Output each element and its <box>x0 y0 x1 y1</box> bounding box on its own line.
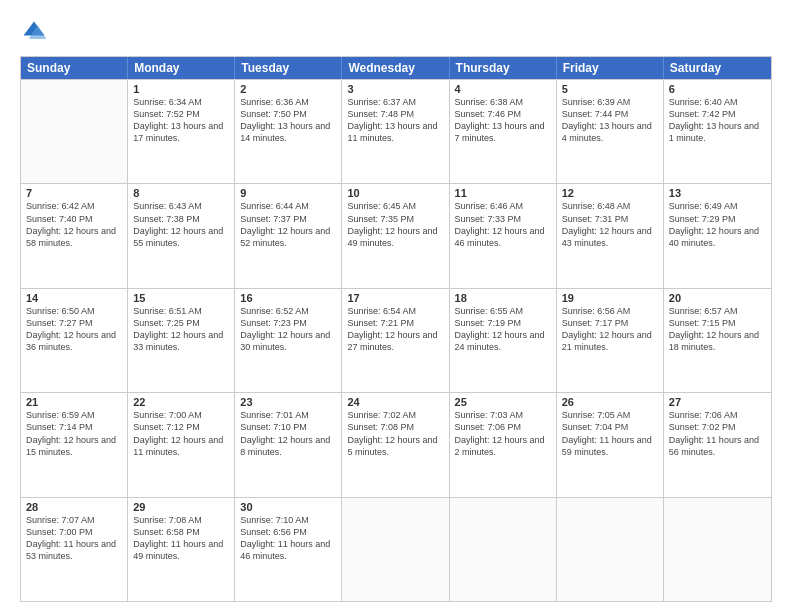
day-number: 11 <box>455 187 551 199</box>
day-cell-25: 25Sunrise: 7:03 AMSunset: 7:06 PMDayligh… <box>450 393 557 496</box>
day-cell-3: 3Sunrise: 6:37 AMSunset: 7:48 PMDaylight… <box>342 80 449 183</box>
day-number: 6 <box>669 83 766 95</box>
calendar-week-3: 14Sunrise: 6:50 AMSunset: 7:27 PMDayligh… <box>21 288 771 392</box>
day-number: 1 <box>133 83 229 95</box>
day-number: 5 <box>562 83 658 95</box>
day-info: Sunrise: 6:56 AMSunset: 7:17 PMDaylight:… <box>562 305 658 354</box>
page: SundayMondayTuesdayWednesdayThursdayFrid… <box>0 0 792 612</box>
day-info: Sunrise: 6:45 AMSunset: 7:35 PMDaylight:… <box>347 200 443 249</box>
day-cell-20: 20Sunrise: 6:57 AMSunset: 7:15 PMDayligh… <box>664 289 771 392</box>
header-day-sunday: Sunday <box>21 57 128 79</box>
day-info: Sunrise: 6:37 AMSunset: 7:48 PMDaylight:… <box>347 96 443 145</box>
day-cell-24: 24Sunrise: 7:02 AMSunset: 7:08 PMDayligh… <box>342 393 449 496</box>
day-number: 14 <box>26 292 122 304</box>
day-cell-11: 11Sunrise: 6:46 AMSunset: 7:33 PMDayligh… <box>450 184 557 287</box>
day-info: Sunrise: 6:42 AMSunset: 7:40 PMDaylight:… <box>26 200 122 249</box>
day-number: 20 <box>669 292 766 304</box>
day-info: Sunrise: 7:02 AMSunset: 7:08 PMDaylight:… <box>347 409 443 458</box>
day-info: Sunrise: 6:43 AMSunset: 7:38 PMDaylight:… <box>133 200 229 249</box>
header-day-saturday: Saturday <box>664 57 771 79</box>
day-info: Sunrise: 6:59 AMSunset: 7:14 PMDaylight:… <box>26 409 122 458</box>
day-number: 9 <box>240 187 336 199</box>
header-day-wednesday: Wednesday <box>342 57 449 79</box>
calendar-week-2: 7Sunrise: 6:42 AMSunset: 7:40 PMDaylight… <box>21 183 771 287</box>
day-cell-29: 29Sunrise: 7:08 AMSunset: 6:58 PMDayligh… <box>128 498 235 601</box>
day-number: 24 <box>347 396 443 408</box>
day-info: Sunrise: 7:10 AMSunset: 6:56 PMDaylight:… <box>240 514 336 563</box>
day-number: 3 <box>347 83 443 95</box>
day-info: Sunrise: 6:38 AMSunset: 7:46 PMDaylight:… <box>455 96 551 145</box>
day-number: 15 <box>133 292 229 304</box>
day-number: 30 <box>240 501 336 513</box>
day-info: Sunrise: 6:50 AMSunset: 7:27 PMDaylight:… <box>26 305 122 354</box>
day-number: 19 <box>562 292 658 304</box>
logo-icon <box>20 18 48 46</box>
day-cell-7: 7Sunrise: 6:42 AMSunset: 7:40 PMDaylight… <box>21 184 128 287</box>
day-number: 25 <box>455 396 551 408</box>
day-info: Sunrise: 7:08 AMSunset: 6:58 PMDaylight:… <box>133 514 229 563</box>
day-cell-30: 30Sunrise: 7:10 AMSunset: 6:56 PMDayligh… <box>235 498 342 601</box>
day-number: 4 <box>455 83 551 95</box>
day-number: 8 <box>133 187 229 199</box>
day-number: 26 <box>562 396 658 408</box>
day-cell-15: 15Sunrise: 6:51 AMSunset: 7:25 PMDayligh… <box>128 289 235 392</box>
day-info: Sunrise: 7:03 AMSunset: 7:06 PMDaylight:… <box>455 409 551 458</box>
day-cell-13: 13Sunrise: 6:49 AMSunset: 7:29 PMDayligh… <box>664 184 771 287</box>
day-number: 22 <box>133 396 229 408</box>
logo <box>20 18 52 46</box>
header-day-friday: Friday <box>557 57 664 79</box>
day-info: Sunrise: 7:07 AMSunset: 7:00 PMDaylight:… <box>26 514 122 563</box>
day-cell-9: 9Sunrise: 6:44 AMSunset: 7:37 PMDaylight… <box>235 184 342 287</box>
day-cell-23: 23Sunrise: 7:01 AMSunset: 7:10 PMDayligh… <box>235 393 342 496</box>
day-info: Sunrise: 6:55 AMSunset: 7:19 PMDaylight:… <box>455 305 551 354</box>
day-number: 7 <box>26 187 122 199</box>
day-info: Sunrise: 6:52 AMSunset: 7:23 PMDaylight:… <box>240 305 336 354</box>
day-number: 13 <box>669 187 766 199</box>
day-cell-27: 27Sunrise: 7:06 AMSunset: 7:02 PMDayligh… <box>664 393 771 496</box>
day-info: Sunrise: 6:46 AMSunset: 7:33 PMDaylight:… <box>455 200 551 249</box>
day-info: Sunrise: 6:39 AMSunset: 7:44 PMDaylight:… <box>562 96 658 145</box>
day-number: 16 <box>240 292 336 304</box>
day-cell-18: 18Sunrise: 6:55 AMSunset: 7:19 PMDayligh… <box>450 289 557 392</box>
day-info: Sunrise: 7:06 AMSunset: 7:02 PMDaylight:… <box>669 409 766 458</box>
day-cell-21: 21Sunrise: 6:59 AMSunset: 7:14 PMDayligh… <box>21 393 128 496</box>
calendar: SundayMondayTuesdayWednesdayThursdayFrid… <box>20 56 772 602</box>
day-info: Sunrise: 7:01 AMSunset: 7:10 PMDaylight:… <box>240 409 336 458</box>
day-info: Sunrise: 6:49 AMSunset: 7:29 PMDaylight:… <box>669 200 766 249</box>
calendar-week-5: 28Sunrise: 7:07 AMSunset: 7:00 PMDayligh… <box>21 497 771 601</box>
day-cell-14: 14Sunrise: 6:50 AMSunset: 7:27 PMDayligh… <box>21 289 128 392</box>
day-cell-17: 17Sunrise: 6:54 AMSunset: 7:21 PMDayligh… <box>342 289 449 392</box>
empty-cell <box>342 498 449 601</box>
calendar-body: 1Sunrise: 6:34 AMSunset: 7:52 PMDaylight… <box>21 79 771 601</box>
day-info: Sunrise: 6:34 AMSunset: 7:52 PMDaylight:… <box>133 96 229 145</box>
day-number: 23 <box>240 396 336 408</box>
day-cell-19: 19Sunrise: 6:56 AMSunset: 7:17 PMDayligh… <box>557 289 664 392</box>
day-cell-10: 10Sunrise: 6:45 AMSunset: 7:35 PMDayligh… <box>342 184 449 287</box>
day-info: Sunrise: 6:48 AMSunset: 7:31 PMDaylight:… <box>562 200 658 249</box>
day-number: 27 <box>669 396 766 408</box>
day-cell-28: 28Sunrise: 7:07 AMSunset: 7:00 PMDayligh… <box>21 498 128 601</box>
day-cell-8: 8Sunrise: 6:43 AMSunset: 7:38 PMDaylight… <box>128 184 235 287</box>
header-day-tuesday: Tuesday <box>235 57 342 79</box>
day-cell-12: 12Sunrise: 6:48 AMSunset: 7:31 PMDayligh… <box>557 184 664 287</box>
day-cell-1: 1Sunrise: 6:34 AMSunset: 7:52 PMDaylight… <box>128 80 235 183</box>
day-info: Sunrise: 6:54 AMSunset: 7:21 PMDaylight:… <box>347 305 443 354</box>
day-cell-5: 5Sunrise: 6:39 AMSunset: 7:44 PMDaylight… <box>557 80 664 183</box>
empty-cell <box>664 498 771 601</box>
header-day-thursday: Thursday <box>450 57 557 79</box>
day-info: Sunrise: 6:57 AMSunset: 7:15 PMDaylight:… <box>669 305 766 354</box>
day-cell-4: 4Sunrise: 6:38 AMSunset: 7:46 PMDaylight… <box>450 80 557 183</box>
header <box>20 18 772 46</box>
day-number: 28 <box>26 501 122 513</box>
day-info: Sunrise: 7:00 AMSunset: 7:12 PMDaylight:… <box>133 409 229 458</box>
header-day-monday: Monday <box>128 57 235 79</box>
day-info: Sunrise: 6:40 AMSunset: 7:42 PMDaylight:… <box>669 96 766 145</box>
day-cell-26: 26Sunrise: 7:05 AMSunset: 7:04 PMDayligh… <box>557 393 664 496</box>
day-number: 10 <box>347 187 443 199</box>
day-info: Sunrise: 7:05 AMSunset: 7:04 PMDaylight:… <box>562 409 658 458</box>
empty-cell <box>450 498 557 601</box>
empty-cell <box>21 80 128 183</box>
empty-cell <box>557 498 664 601</box>
day-number: 18 <box>455 292 551 304</box>
calendar-header-row: SundayMondayTuesdayWednesdayThursdayFrid… <box>21 57 771 79</box>
